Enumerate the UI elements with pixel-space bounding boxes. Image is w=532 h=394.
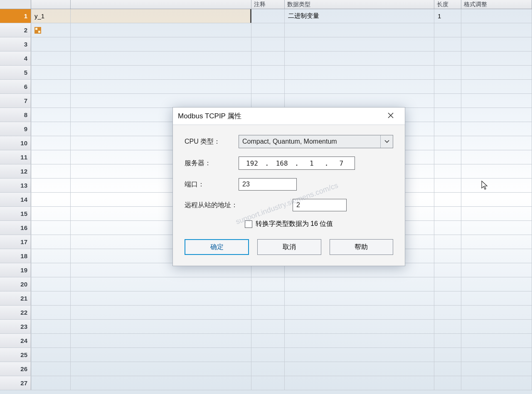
cell-datatype[interactable] [285,362,434,376]
cell-datatype[interactable] [285,306,434,319]
cell-address[interactable] [71,277,251,291]
cell-format[interactable] [461,334,532,348]
cell-note[interactable] [251,23,285,37]
cell-note[interactable] [251,80,285,93]
header-format[interactable]: 格式调整 [461,0,532,9]
cell-datatype[interactable] [285,80,434,93]
table-row[interactable]: 5 [0,66,532,80]
row-number[interactable]: 11 [0,150,31,164]
row-number[interactable]: 8 [0,108,31,122]
row-number[interactable]: 27 [0,376,31,390]
cell-name[interactable] [31,207,71,220]
cell-name[interactable] [31,23,71,37]
cell-datatype[interactable] [285,334,434,348]
cell-datatype[interactable] [285,320,434,333]
help-button[interactable]: 帮助 [330,239,393,255]
cell-name[interactable] [31,193,71,206]
cell-name[interactable] [31,306,71,319]
cell-format[interactable] [461,51,532,65]
cell-name[interactable]: y_1 [31,9,71,23]
cell-length[interactable] [434,66,461,79]
cell-length[interactable] [434,23,461,37]
ip-octet-2[interactable]: 168 [273,159,290,167]
header-note[interactable]: 注释 [251,0,285,9]
row-number[interactable]: 6 [0,80,31,93]
cell-format[interactable] [461,291,532,305]
cell-name[interactable] [31,136,71,150]
dialog-titlebar[interactable]: Modbus TCPIP 属性 [173,108,405,125]
cell-datatype[interactable] [285,23,434,37]
cell-format[interactable] [461,179,532,192]
table-row[interactable]: 26 [0,362,532,376]
cell-name[interactable] [31,235,71,249]
cell-length[interactable] [434,37,461,51]
cell-format[interactable] [461,23,532,37]
cell-name[interactable] [31,221,71,235]
cell-note[interactable] [251,334,285,348]
cell-length[interactable] [434,249,461,263]
row-number[interactable]: 15 [0,207,31,220]
cell-address[interactable] [71,23,251,37]
row-number[interactable]: 7 [0,94,31,108]
row-number[interactable]: 24 [0,334,31,348]
cell-format[interactable] [461,122,532,136]
row-number[interactable]: 19 [0,263,31,277]
row-number[interactable]: 26 [0,362,31,376]
cell-note[interactable] [251,348,285,362]
table-row[interactable]: 25 [0,348,532,362]
table-row[interactable]: 23 [0,320,532,334]
cell-datatype[interactable] [285,37,434,51]
cell-address[interactable] [71,291,251,305]
cell-length[interactable] [434,122,461,136]
cell-datatype[interactable]: 二进制变量 [285,9,434,23]
cell-note[interactable] [251,291,285,305]
cell-format[interactable] [461,80,532,93]
header-name[interactable] [31,0,71,9]
cell-name[interactable] [31,66,71,79]
close-button[interactable] [382,110,400,122]
cell-length[interactable] [434,179,461,192]
cell-name[interactable] [31,334,71,348]
cell-note[interactable] [251,37,285,51]
cell-format[interactable] [461,348,532,362]
cell-length[interactable] [434,235,461,249]
cell-format[interactable] [461,9,532,23]
cell-format[interactable] [461,362,532,376]
table-row[interactable]: 21 [0,291,532,306]
cell-format[interactable] [461,249,532,263]
ok-button[interactable]: 确定 [185,239,249,255]
cell-length[interactable] [434,51,461,65]
cell-format[interactable] [461,108,532,122]
cell-format[interactable] [461,263,532,277]
remote-address-input[interactable]: 2 [293,199,347,211]
cell-format[interactable] [461,193,532,206]
cell-format[interactable] [461,277,532,291]
cell-address[interactable] [71,66,251,79]
row-number[interactable]: 22 [0,306,31,319]
cell-format[interactable] [461,94,532,108]
convert-checkbox[interactable] [245,220,252,228]
cell-format[interactable] [461,164,532,178]
table-row[interactable]: 24 [0,334,532,348]
cell-address[interactable] [71,51,251,65]
cell-address[interactable] [71,306,251,319]
add-tag-icon[interactable] [34,27,41,34]
ip-octet-1[interactable]: 192 [244,159,261,167]
cell-format[interactable] [461,66,532,79]
cell-length[interactable] [434,376,461,390]
row-number[interactable]: 18 [0,249,31,263]
cell-format[interactable] [461,320,532,333]
cell-name[interactable] [31,108,71,122]
table-row[interactable]: 1y_1二进制变量1 [0,9,532,23]
cell-datatype[interactable] [285,348,434,362]
row-number[interactable]: 25 [0,348,31,362]
cell-name[interactable] [31,51,71,65]
cell-note[interactable] [251,306,285,319]
cell-length[interactable] [434,207,461,220]
row-number[interactable]: 3 [0,37,31,51]
cell-address[interactable] [71,320,251,333]
row-number[interactable]: 23 [0,320,31,333]
cell-name[interactable] [31,348,71,362]
header-length[interactable]: 长度 [434,0,461,9]
table-row[interactable]: 22 [0,306,532,320]
